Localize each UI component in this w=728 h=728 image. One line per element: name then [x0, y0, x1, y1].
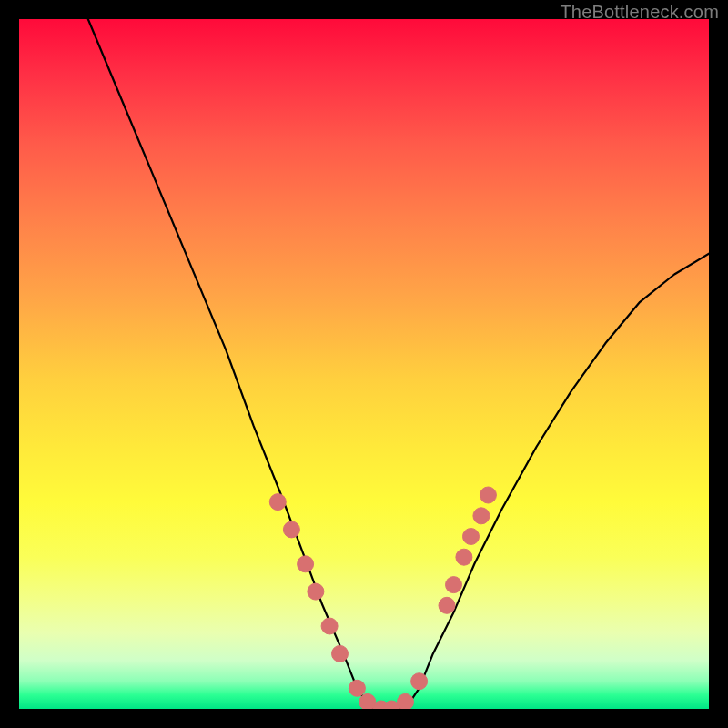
chart-svg	[19, 19, 709, 709]
marker-dot	[349, 680, 365, 696]
marker-dot	[398, 693, 414, 709]
marker-dot	[456, 549, 472, 565]
marker-dot	[411, 673, 428, 690]
chart-stage: TheBottleneck.com	[0, 0, 728, 728]
marker-dot	[446, 577, 462, 593]
marker-group	[269, 487, 496, 709]
marker-dot	[308, 583, 324, 600]
marker-dot	[439, 597, 455, 613]
marker-dot	[332, 645, 349, 662]
marker-dot	[480, 487, 496, 503]
marker-dot	[473, 508, 490, 524]
marker-dot	[321, 618, 338, 634]
marker-dot	[283, 521, 299, 538]
marker-dot	[269, 494, 286, 511]
marker-dot	[298, 556, 314, 572]
marker-dot	[463, 529, 480, 545]
plot-area	[19, 19, 709, 709]
bottleneck-curve	[88, 19, 709, 709]
